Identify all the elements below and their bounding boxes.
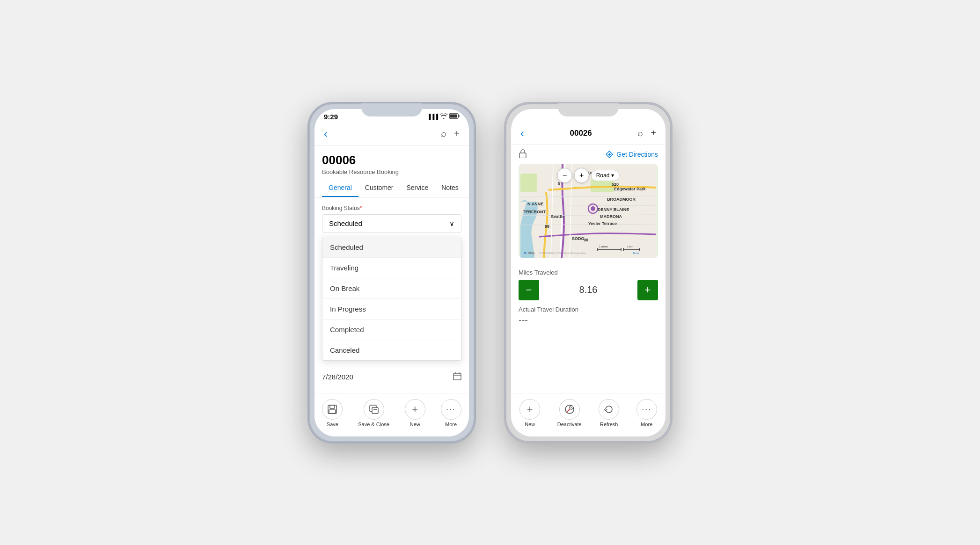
nav-bar-right: ‹ 00026 ⌕ + bbox=[511, 122, 666, 145]
deactivate-icon-wrap bbox=[559, 399, 580, 420]
save-close-label: Save & Close bbox=[358, 421, 389, 427]
search-button-left[interactable]: ⌕ bbox=[439, 126, 448, 141]
miles-section: Miles Traveled − 8.16 + Actual Travel Du… bbox=[511, 263, 666, 331]
svg-rect-11 bbox=[330, 405, 335, 408]
more-button-left[interactable]: ··· More bbox=[441, 399, 461, 427]
lock-bar: Get Directions bbox=[511, 145, 666, 164]
new-icon-wrap-right: + bbox=[519, 399, 540, 420]
nav-bar-left: ‹ ⌕ + bbox=[314, 123, 469, 145]
calendar-icon bbox=[453, 372, 461, 382]
left-phone-screen: 9:29 ▐▐▐ ‹ ⌕ + 00 bbox=[314, 109, 469, 436]
more-label-right: More bbox=[641, 421, 652, 427]
save-close-button[interactable]: Save & Close bbox=[358, 399, 389, 427]
notch-right bbox=[558, 103, 619, 116]
search-button-right[interactable]: ⌕ bbox=[636, 126, 645, 140]
svg-text:90: 90 bbox=[584, 238, 588, 242]
dropdown-item-canceled[interactable]: Canceled bbox=[322, 340, 461, 360]
actual-travel-label: Actual Travel Duration bbox=[519, 306, 658, 313]
booking-status-label: Booking Status* bbox=[322, 205, 461, 211]
map-controls: − + Road ▾ bbox=[557, 168, 620, 183]
dropdown-item-traveling[interactable]: Traveling bbox=[322, 258, 461, 278]
add-button-right[interactable]: + bbox=[649, 126, 658, 140]
deactivate-label: Deactivate bbox=[557, 421, 582, 427]
right-phone: ‹ 00026 ⌕ + Get Directions bbox=[504, 102, 673, 443]
date-field[interactable]: 7/28/2020 bbox=[322, 366, 461, 388]
tab-customer[interactable]: Customer bbox=[358, 179, 400, 197]
add-button-left[interactable]: + bbox=[452, 126, 461, 141]
svg-text:b: b bbox=[524, 251, 527, 255]
map-zoom-in[interactable]: + bbox=[574, 168, 589, 183]
svg-text:Yesler Terrace: Yesler Terrace bbox=[588, 221, 617, 226]
left-phone: 9:29 ▐▐▐ ‹ ⌕ + 00 bbox=[307, 102, 476, 443]
svg-rect-3 bbox=[453, 373, 461, 380]
refresh-button[interactable]: Refresh bbox=[599, 399, 619, 427]
save-button[interactable]: Save bbox=[322, 399, 343, 427]
more-dots: --- bbox=[519, 315, 658, 326]
required-star: * bbox=[360, 205, 362, 211]
right-phone-screen: ‹ 00026 ⌕ + Get Directions bbox=[511, 109, 666, 436]
deactivate-button[interactable]: Deactivate bbox=[557, 399, 582, 427]
plus-icon: + bbox=[645, 284, 651, 296]
record-header-left: 00006 Bookable Resource Booking bbox=[314, 145, 469, 179]
svg-text:BROADMOOR: BROADMOOR bbox=[607, 197, 636, 202]
dropdown-item-scheduled[interactable]: Scheduled bbox=[322, 237, 461, 258]
map-container: PORTAGE BAY 520 Edgewater Park N ANNE BR… bbox=[519, 164, 658, 258]
miles-label: Miles Traveled bbox=[519, 269, 658, 276]
get-directions-button[interactable]: Get Directions bbox=[605, 150, 658, 159]
svg-point-31 bbox=[591, 206, 595, 211]
tab-notes[interactable]: Notes bbox=[435, 179, 465, 197]
svg-rect-2 bbox=[450, 115, 457, 118]
record-number-left: 00006 bbox=[322, 153, 461, 167]
dropdown-item-onbreak[interactable]: On Break bbox=[322, 278, 461, 299]
get-directions-label: Get Directions bbox=[616, 151, 658, 158]
dropdown-item-inprogress[interactable]: In Progress bbox=[322, 299, 461, 320]
notch-left bbox=[361, 103, 422, 116]
new-button-right[interactable]: + New bbox=[519, 399, 540, 427]
map-type-selector[interactable]: Road ▾ bbox=[591, 170, 620, 181]
miles-minus-button[interactable]: − bbox=[519, 280, 539, 300]
svg-text:99: 99 bbox=[545, 224, 549, 229]
svg-text:TERFRONT: TERFRONT bbox=[523, 210, 546, 214]
svg-text:Edgewater Park: Edgewater Park bbox=[614, 187, 646, 191]
new-button-left[interactable]: + New bbox=[405, 399, 425, 427]
back-button-left[interactable]: ‹ bbox=[322, 125, 329, 142]
svg-rect-1 bbox=[459, 115, 460, 117]
svg-rect-12 bbox=[329, 410, 336, 414]
save-icon-wrap bbox=[322, 399, 343, 420]
miles-controls: − 8.16 + bbox=[519, 280, 658, 300]
svg-rect-16 bbox=[519, 153, 526, 158]
svg-text:Seattle: Seattle bbox=[551, 214, 565, 219]
status-icons: ▐▐▐ bbox=[427, 113, 460, 120]
tab-service[interactable]: Service bbox=[400, 179, 435, 197]
minus-icon: − bbox=[526, 284, 532, 296]
more-icon-wrap-right: ··· bbox=[636, 399, 657, 420]
svg-text:Bing: Bing bbox=[528, 251, 534, 255]
signal-icon: ▐▐▐ bbox=[427, 114, 438, 119]
save-close-icon-wrap bbox=[364, 399, 384, 420]
new-label-right: New bbox=[525, 421, 535, 427]
svg-text:© 2020 HERE, © 2020 Microsoft : © 2020 HERE, © 2020 Microsoft Corporatio… bbox=[539, 252, 586, 254]
tab-general[interactable]: General bbox=[322, 179, 358, 197]
save-label: Save bbox=[327, 421, 338, 427]
back-button-right[interactable]: ‹ bbox=[519, 125, 526, 142]
more-icon-wrap-left: ··· bbox=[441, 399, 461, 420]
tabs-left: General Customer Service Notes bbox=[314, 179, 469, 197]
svg-text:1 km: 1 km bbox=[627, 245, 633, 248]
svg-text:1 miles: 1 miles bbox=[599, 245, 608, 248]
map-type-label: Road bbox=[596, 172, 610, 179]
svg-rect-22 bbox=[520, 174, 537, 192]
booking-status-select[interactable]: Scheduled ∨ bbox=[322, 214, 461, 233]
map-zoom-out[interactable]: − bbox=[557, 168, 572, 183]
svg-rect-14 bbox=[372, 407, 378, 414]
new-label-left: New bbox=[410, 421, 420, 427]
svg-text:DENNY BLAINE: DENNY BLAINE bbox=[598, 207, 629, 212]
toolbar-right: + New Deactivate Refresh bbox=[511, 393, 666, 436]
svg-text:SODO: SODO bbox=[572, 236, 585, 241]
scene: 9:29 ▐▐▐ ‹ ⌕ + 00 bbox=[289, 83, 691, 462]
battery-icon bbox=[449, 113, 460, 120]
more-button-right[interactable]: ··· More bbox=[636, 399, 657, 427]
chevron-down-icon: ∨ bbox=[449, 219, 454, 228]
dropdown-item-completed[interactable]: Completed bbox=[322, 320, 461, 340]
record-number-right: 00026 bbox=[526, 129, 636, 138]
miles-plus-button[interactable]: + bbox=[637, 280, 658, 300]
